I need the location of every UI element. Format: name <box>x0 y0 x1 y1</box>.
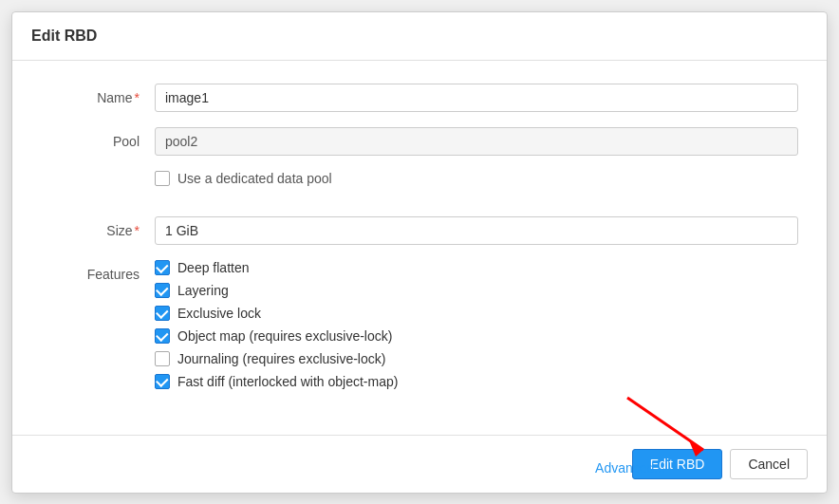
dialog-title: Edit RBD <box>12 12 827 61</box>
feature-label-layering: Layering <box>177 283 229 298</box>
feature-label-fast-diff: Fast diff (interlocked with object-map) <box>177 374 398 389</box>
dedicated-pool-checkbox-row: Use a dedicated data pool <box>155 171 332 186</box>
cancel-button[interactable]: Cancel <box>730 449 808 479</box>
dialog-body: Name* Pool Use a dedicated data pool <box>12 61 827 435</box>
feature-label-journaling: Journaling (requires exclusive-lock) <box>177 351 385 366</box>
feature-row-journaling: Journaling (requires exclusive-lock) <box>155 351 798 366</box>
pool-row: Pool <box>41 127 798 156</box>
size-input[interactable] <box>155 216 798 245</box>
features-label: Features <box>41 260 155 282</box>
name-label: Name* <box>41 84 155 105</box>
feature-row-fast-diff: Fast diff (interlocked with object-map) <box>155 374 798 389</box>
feature-label-exclusive-lock: Exclusive lock <box>177 306 261 321</box>
features-list: Deep flattenLayeringExclusive lockObject… <box>155 260 798 397</box>
pool-label: Pool <box>41 127 155 149</box>
dedicated-pool-checkbox[interactable] <box>155 171 170 186</box>
edit-rbd-dialog: Edit RBD Name* Pool Use a dedicated data… <box>11 11 828 494</box>
dialog-wrapper: Edit RBD Name* Pool Use a dedicated data… <box>11 11 828 494</box>
feature-checkbox-object-map[interactable] <box>155 328 170 344</box>
advanced-link[interactable]: Advanced... <box>595 460 665 476</box>
dedicated-pool-row: Use a dedicated data pool <box>41 171 798 201</box>
feature-label-deep-flatten: Deep flatten <box>177 260 250 275</box>
dialog-footer: Advanced... Edit RBD Cancel <box>12 435 827 493</box>
pool-input <box>155 127 798 156</box>
name-row: Name* <box>41 84 798 112</box>
size-row: Size* <box>41 216 798 245</box>
feature-checkbox-journaling[interactable] <box>155 351 170 366</box>
feature-row-layering: Layering <box>155 283 798 298</box>
feature-checkbox-layering[interactable] <box>155 283 170 298</box>
features-row: Features Deep flattenLayeringExclusive l… <box>41 260 798 397</box>
feature-row-deep-flatten: Deep flatten <box>155 260 798 275</box>
feature-checkbox-deep-flatten[interactable] <box>155 260 170 275</box>
feature-label-object-map: Object map (requires exclusive-lock) <box>177 328 392 344</box>
feature-checkbox-exclusive-lock[interactable] <box>155 306 170 321</box>
feature-row-object-map: Object map (requires exclusive-lock) <box>155 328 798 344</box>
feature-checkbox-fast-diff[interactable] <box>155 374 170 389</box>
size-label: Size* <box>41 216 155 238</box>
name-input[interactable] <box>155 84 798 112</box>
dedicated-pool-label: Use a dedicated data pool <box>177 171 332 186</box>
dedicated-pool-label-spacer <box>41 171 155 177</box>
feature-row-exclusive-lock: Exclusive lock <box>155 306 798 321</box>
